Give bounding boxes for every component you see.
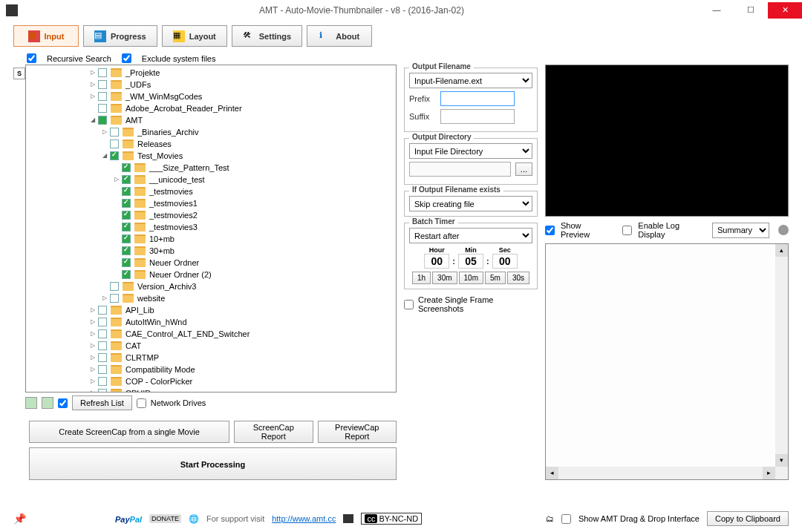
browse-button[interactable]: ...	[515, 162, 532, 176]
log-level-select[interactable]: Summary	[712, 223, 770, 238]
expand-icon[interactable]	[112, 271, 120, 279]
tree-checkbox[interactable]	[122, 187, 131, 196]
network-drives-checkbox[interactable]	[137, 398, 146, 408]
tree-node[interactable]: _testmovies	[27, 185, 394, 197]
expand-icon[interactable]	[112, 164, 120, 172]
scroll-up-icon[interactable]: ▴	[775, 244, 788, 257]
tab-settings[interactable]: 🛠Settings	[232, 25, 302, 47]
scroll-left-icon[interactable]: ◂	[546, 467, 558, 479]
expand-icon[interactable]: ◢	[100, 152, 108, 160]
tree-node[interactable]: ▷__unicode_test	[27, 174, 394, 185]
preset-10m[interactable]: 10m	[459, 272, 483, 284]
tree-checkbox[interactable]	[122, 211, 131, 220]
tree-checkbox[interactable]	[110, 151, 119, 160]
expand-icon[interactable]: ▷	[88, 342, 97, 350]
single-frame-checkbox[interactable]	[404, 300, 414, 309]
preset-1h[interactable]: 1h	[412, 272, 431, 284]
tree-checkbox[interactable]	[98, 329, 107, 338]
expand-icon[interactable]: ▷	[88, 93, 97, 101]
expand-icon[interactable]	[112, 188, 120, 196]
tree-node[interactable]: ▷COP - ColorPicker	[27, 375, 394, 387]
tree-checkbox[interactable]	[122, 163, 131, 172]
expand-icon[interactable]: ▷	[100, 128, 108, 137]
tree-node[interactable]: ▷CLRTMP	[27, 352, 394, 364]
refresh-list-button[interactable]: Refresh List	[72, 395, 132, 410]
maximize-button[interactable]: ☐	[734, 2, 768, 19]
tree-checkbox[interactable]	[98, 306, 107, 315]
single-movie-button[interactable]: Create ScreenCap from a single Movie	[29, 421, 229, 443]
expand-icon[interactable]: ◢	[88, 116, 97, 125]
expand-icon[interactable]: ▷	[88, 69, 97, 77]
preset-30m[interactable]: 30m	[432, 272, 457, 284]
tree-node[interactable]: 10+mb	[27, 233, 394, 245]
copy-clipboard-button[interactable]: Copy to Clipboard	[707, 511, 789, 526]
expand-icon[interactable]: ▷	[88, 306, 97, 315]
tree-checkbox[interactable]	[122, 246, 131, 255]
expand-icon[interactable]	[112, 223, 120, 231]
expand-icon[interactable]	[42, 397, 53, 409]
collapse-icon[interactable]	[25, 397, 37, 409]
tree-node[interactable]: ▷website	[27, 292, 394, 304]
tree-checkbox[interactable]	[98, 377, 107, 386]
tree-node[interactable]: Releases	[27, 138, 394, 150]
tree-node[interactable]: ▷_WM_WinMsgCodes	[27, 91, 394, 102]
tree-checkbox[interactable]	[98, 353, 107, 362]
hour-value[interactable]: 00	[424, 254, 449, 269]
expand-icon[interactable]: ▷	[88, 366, 97, 374]
dragdrop-checkbox[interactable]	[561, 514, 571, 524]
tree-checkbox[interactable]	[98, 104, 107, 113]
tree-checkbox[interactable]	[110, 128, 119, 137]
min-value[interactable]: 05	[458, 254, 483, 269]
close-button[interactable]: ✕	[768, 2, 802, 19]
tree-checkbox[interactable]	[122, 223, 131, 231]
terminal-icon[interactable]	[343, 514, 353, 523]
expand-icon[interactable]: ▷	[88, 390, 97, 393]
tree-checkbox[interactable]	[122, 175, 131, 184]
tree-node[interactable]: ◢Test_Movies	[27, 150, 394, 162]
tree-node[interactable]: ▷API_Lib	[27, 304, 394, 316]
donate-badge[interactable]: DONATE	[149, 514, 181, 523]
tree-node[interactable]: ▷_UDFs	[27, 79, 394, 91]
scroll-down-icon[interactable]: ▾	[775, 454, 788, 467]
expand-icon[interactable]	[112, 200, 120, 208]
tree-node[interactable]: 30+mb	[27, 245, 394, 257]
screencap-report-button[interactable]: ScreenCap Report	[234, 421, 313, 443]
expand-icon[interactable]	[100, 283, 108, 291]
expand-icon[interactable]: ▷	[88, 81, 97, 89]
tree-checkbox[interactable]	[98, 318, 107, 326]
expand-icon[interactable]: ▷	[100, 295, 108, 303]
expand-icon[interactable]	[112, 211, 120, 220]
tree-node[interactable]: ▷_Binaries_Archiv	[27, 126, 394, 138]
tree-checkbox[interactable]	[122, 258, 131, 267]
globe-icon[interactable]: 🌐	[189, 514, 199, 524]
refresh-checkbox[interactable]	[58, 398, 68, 408]
tree-node[interactable]: Neuer Ordner	[27, 257, 394, 269]
tab-about[interactable]: ℹAbout	[307, 25, 372, 47]
tree-checkbox[interactable]	[110, 282, 119, 291]
tree-node[interactable]: ▷AutoItWin_hWnd	[27, 316, 394, 328]
tree-node[interactable]: ▷CAE_Control_ALT_END_Switcher	[27, 328, 394, 340]
expand-icon[interactable]	[112, 235, 120, 243]
expand-icon[interactable]: ▷	[88, 318, 97, 326]
tab-layout[interactable]: ▦Layout	[162, 25, 227, 47]
scroll-right-icon[interactable]: ▸	[763, 467, 775, 479]
recursive-search-checkbox[interactable]	[27, 53, 36, 63]
tree-node[interactable]: Adobe_Acrobat_Reader_Printer	[27, 102, 394, 114]
tree-checkbox[interactable]	[98, 80, 107, 89]
tree-checkbox[interactable]	[98, 341, 107, 350]
tree-checkbox[interactable]	[122, 234, 131, 243]
start-processing-button[interactable]: Start Processing	[29, 447, 397, 480]
s-button[interactable]: S	[13, 68, 25, 79]
expand-icon[interactable]	[100, 140, 108, 148]
expand-icon[interactable]: ▷	[88, 378, 97, 386]
tree-checkbox[interactable]	[122, 199, 131, 208]
show-preview-checkbox[interactable]	[545, 226, 555, 235]
suffix-input[interactable]	[440, 109, 515, 124]
tree-node[interactable]: _testmovies3	[27, 221, 394, 233]
tree-checkbox[interactable]	[110, 294, 119, 303]
tree-checkbox[interactable]	[98, 389, 107, 393]
prefix-input[interactable]	[440, 91, 515, 106]
tree-node[interactable]: ▷CAT	[27, 340, 394, 352]
tree-node[interactable]: ▷CPUID	[27, 387, 394, 393]
tree-checkbox[interactable]	[98, 365, 107, 374]
